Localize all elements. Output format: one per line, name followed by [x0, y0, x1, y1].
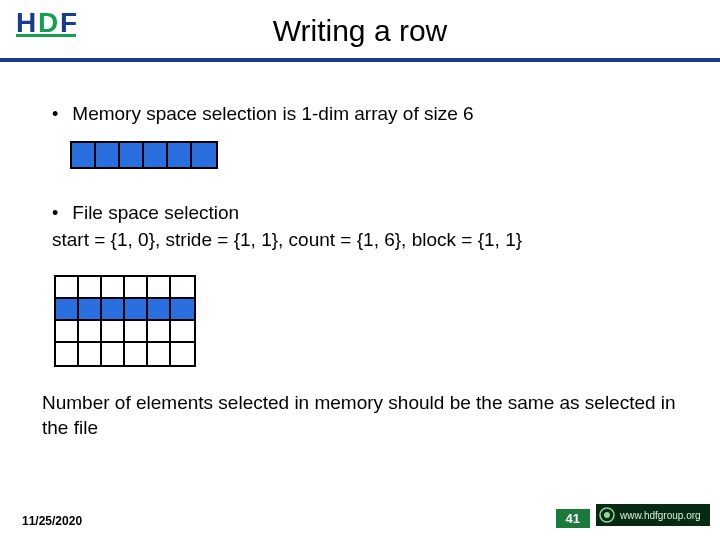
slide-content: • Memory space selection is 1-dim array …: [52, 102, 680, 440]
grid-cell-selected: [56, 299, 79, 321]
memory-cell: [120, 143, 144, 167]
grid-cell: [171, 343, 194, 365]
bullet-2-text: File space selection: [72, 201, 239, 226]
grid-cell: [148, 343, 171, 365]
slide-footer: 11/25/2020 41 www.hdfgroup.org: [0, 504, 720, 528]
grid-cell: [56, 277, 79, 299]
grid-cell-selected: [102, 299, 125, 321]
svg-point-6: [604, 512, 610, 518]
grid-cell: [171, 277, 194, 299]
grid-cell: [56, 321, 79, 343]
header-rule: [0, 58, 720, 62]
grid-cell: [79, 277, 102, 299]
grid-cell: [125, 321, 148, 343]
section-file-space: • File space selection start = {1, 0}, s…: [52, 201, 680, 367]
grid-cell-selected: [125, 299, 148, 321]
grid-row: [56, 343, 194, 365]
hyperslab-params: start = {1, 0}, stride = {1, 1}, count =…: [52, 228, 680, 253]
file-grid-diagram: [54, 275, 196, 367]
footer-date: 11/25/2020: [22, 514, 82, 528]
slide-title: Writing a row: [0, 14, 720, 48]
bullet-1: • Memory space selection is 1-dim array …: [52, 102, 680, 127]
grid-cell: [171, 321, 194, 343]
summary-note: Number of elements selected in memory sh…: [42, 391, 680, 440]
memory-cell: [96, 143, 120, 167]
grid-cell: [102, 343, 125, 365]
bullet-dot-icon: •: [52, 102, 58, 127]
bullet-1-text: Memory space selection is 1-dim array of…: [72, 102, 473, 127]
grid-cell: [102, 277, 125, 299]
grid-cell: [79, 343, 102, 365]
grid-cell: [125, 277, 148, 299]
grid-cell-selected: [148, 299, 171, 321]
memory-cell: [192, 143, 216, 167]
grid-row: [56, 277, 194, 299]
hdfgroup-footer-logo: www.hdfgroup.org: [596, 504, 710, 530]
slide-header: H D F Writing a row: [0, 0, 720, 72]
grid-cell: [102, 321, 125, 343]
grid-cell: [56, 343, 79, 365]
grid-cell-selected: [171, 299, 194, 321]
memory-cell: [144, 143, 168, 167]
bullet-dot-icon: •: [52, 201, 58, 226]
memory-array-diagram: [70, 141, 218, 169]
grid-cell: [148, 321, 171, 343]
grid-cell: [148, 277, 171, 299]
grid-cell-selected: [79, 299, 102, 321]
page-number-badge: 41: [556, 509, 590, 528]
grid-row-selected: [56, 299, 194, 321]
grid-cell: [79, 321, 102, 343]
memory-cell: [168, 143, 192, 167]
memory-cell: [72, 143, 96, 167]
footer-org-text: www.hdfgroup.org: [619, 510, 701, 521]
grid-row: [56, 321, 194, 343]
bullet-2: • File space selection: [52, 201, 680, 226]
grid-cell: [125, 343, 148, 365]
